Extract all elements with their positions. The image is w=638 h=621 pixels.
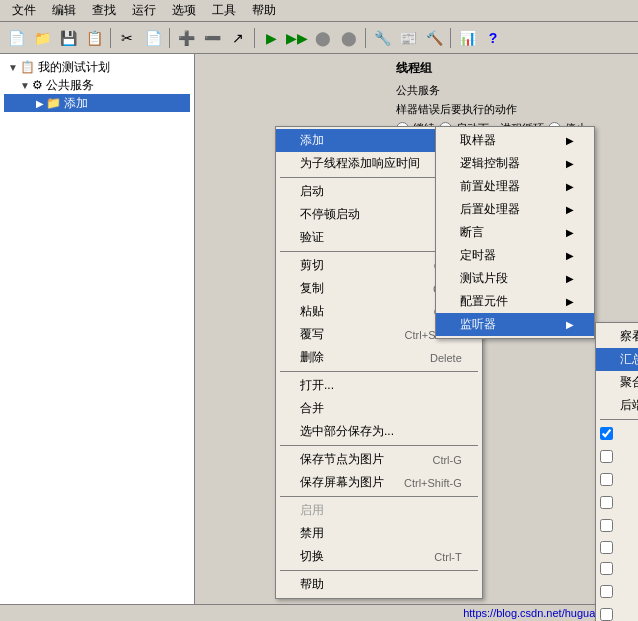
toolbar-help[interactable]: ? (481, 26, 505, 50)
toolbar-arrow[interactable]: ↗ (226, 26, 250, 50)
service-expand-arrow: ▼ (20, 80, 30, 91)
post-arrow: ▶ (566, 204, 574, 215)
assert-arrow: ▶ (566, 227, 574, 238)
menu-item-graph[interactable]: 图形结果 (596, 514, 638, 537)
menu-item-saveas[interactable]: 选中部分保存为... (276, 420, 482, 443)
logic-arrow: ▶ (566, 158, 574, 169)
toolbar-report[interactable]: 📊 (455, 26, 479, 50)
menu-item-response-time[interactable]: 响应时间图 (596, 580, 638, 603)
menu-item-post[interactable]: 后置处理器 ▶ (436, 198, 594, 221)
toolbar-saveas[interactable]: 📋 (82, 26, 106, 50)
menu-options[interactable]: 选项 (164, 0, 204, 21)
menu-item-help[interactable]: 帮助 (276, 573, 482, 596)
menu-item-merge[interactable]: 合并 (276, 397, 482, 420)
toolbar-template[interactable]: 📰 (396, 26, 420, 50)
menu-item-pre[interactable]: 前置处理器 ▶ (436, 175, 594, 198)
toolbar-tools[interactable]: 🔨 (422, 26, 446, 50)
timer-arrow: ▶ (566, 250, 574, 261)
toolbar-remote[interactable]: 🔧 (370, 26, 394, 50)
cb-graph[interactable] (600, 519, 613, 532)
toolbar-stop[interactable]: ⬤ (311, 26, 335, 50)
menu-file[interactable]: 文件 (4, 0, 44, 21)
content-area: ▼ 📋 我的测试计划 ▼ ⚙ 公共服务 ▶ 📁 添加 线程组 公共服务 样器错误… (0, 54, 638, 621)
menu-item-summary[interactable]: 汇总报告 (596, 348, 638, 371)
menu-item-savescreen[interactable]: 保存屏幕为图片 Ctrl+Shift-G (276, 471, 482, 494)
config-arrow: ▶ (566, 296, 574, 307)
menu-item-mail[interactable]: 邮件观察仪 (596, 557, 638, 580)
pre-arrow: ▶ (566, 181, 574, 192)
shortcut-savescreen: Ctrl+Shift-G (404, 477, 462, 489)
menu-item-sampler[interactable]: 取样器 ▶ (436, 129, 594, 152)
tree-panel: ▼ 📋 我的测试计划 ▼ ⚙ 公共服务 ▶ 📁 添加 (0, 54, 195, 621)
tree-icon-root: 📋 (20, 60, 35, 74)
menu-find[interactable]: 查找 (84, 0, 124, 21)
sep3 (254, 28, 255, 48)
menu-item-backend[interactable]: 后端监听器 (596, 394, 638, 417)
menu-item-listener[interactable]: 监听器 ▶ (436, 313, 594, 336)
cb-jsr223[interactable] (600, 541, 613, 554)
context-menu-listener: 察看结果树 汇总报告 聚合报告 后端监听器 汇总图 断言结 (595, 322, 638, 621)
tree-root[interactable]: ▼ 📋 我的测试计划 (4, 58, 190, 76)
sampler-arrow: ▶ (566, 135, 574, 146)
menu-item-disable[interactable]: 禁用 (276, 522, 482, 545)
cb-mail[interactable] (600, 562, 613, 575)
menu-item-assert-result[interactable]: 断言结果 (596, 445, 638, 468)
shortcut-toggle: Ctrl-T (434, 551, 462, 563)
url-bar: https://blog.csdn.net/huguang0809 (0, 604, 638, 621)
menu-run[interactable]: 运行 (124, 0, 164, 21)
menu-item-open[interactable]: 打开... (276, 374, 482, 397)
sep4 (365, 28, 366, 48)
after-sample-label: 样器错误后要执行的动作 (396, 102, 632, 117)
expand-arrow: ▼ (8, 62, 18, 73)
toolbar-start2[interactable]: ▶▶ (285, 26, 309, 50)
menu-item-compare-assert[interactable]: 比较断言可视化器 (596, 468, 638, 491)
sep-c (280, 371, 478, 372)
toolbar-cut[interactable]: ✂ (115, 26, 139, 50)
shortcut-delete: Delete (430, 352, 462, 364)
toolbar-new[interactable]: 📄 (4, 26, 28, 50)
menu-item-test-fragment[interactable]: 测试片段 ▶ (436, 267, 594, 290)
cb-assert-result[interactable] (600, 450, 613, 463)
toolbar-minus[interactable]: ➖ (200, 26, 224, 50)
cb-summary-graph[interactable] (600, 427, 613, 440)
toolbar-stop2[interactable]: ⬤ (337, 26, 361, 50)
menu-item-result-tree[interactable]: 察看结果树 (596, 325, 638, 348)
menu-tools[interactable]: 工具 (204, 0, 244, 21)
add-expand-arrow: ▶ (36, 98, 44, 109)
menu-edit[interactable]: 编辑 (44, 0, 84, 21)
tree-label-service: 公共服务 (46, 77, 94, 94)
sep1 (110, 28, 111, 48)
tree-service[interactable]: ▼ ⚙ 公共服务 (4, 76, 190, 94)
sep-listener1 (600, 419, 638, 420)
menu-item-assert[interactable]: 断言 ▶ (436, 221, 594, 244)
fragment-arrow: ▶ (566, 273, 574, 284)
right-panel: 线程组 公共服务 样器错误后要执行的动作 继续 启动下一进程循环 停止 线程数：… (195, 54, 638, 621)
menu-item-jsr223[interactable]: JSR223 Listener (596, 537, 638, 557)
tree-icon-add: 📁 (46, 96, 61, 110)
cb-response-time[interactable] (600, 585, 613, 598)
menu-help[interactable]: 帮助 (244, 0, 284, 21)
menu-item-delete[interactable]: 删除 Delete (276, 346, 482, 369)
field-name-label: 公共服务 (396, 83, 632, 98)
menu-item-toggle[interactable]: 切换 Ctrl-T (276, 545, 482, 568)
toolbar-copy[interactable]: 📄 (141, 26, 165, 50)
listener-arrow: ▶ (566, 319, 574, 330)
menu-item-config[interactable]: 配置元件 ▶ (436, 290, 594, 313)
menu-item-aggregate[interactable]: 聚合报告 (596, 371, 638, 394)
main-window: 文件 编辑 查找 运行 选项 工具 帮助 📄 📁 💾 📋 ✂ 📄 ➕ ➖ ↗ ▶… (0, 0, 638, 621)
cb-save-response[interactable] (600, 608, 613, 621)
cb-compare-assert[interactable] (600, 473, 613, 486)
menu-item-summary-graph[interactable]: 汇总图 (596, 422, 638, 445)
toolbar-start[interactable]: ▶ (259, 26, 283, 50)
toolbar-add[interactable]: ➕ (174, 26, 198, 50)
menu-item-timer[interactable]: 定时器 ▶ (436, 244, 594, 267)
menu-item-save-response[interactable]: 保存响应到文件 (596, 603, 638, 621)
toolbar-save[interactable]: 💾 (56, 26, 80, 50)
menu-item-logic[interactable]: 逻辑控制器 ▶ (436, 152, 594, 175)
cb-generate[interactable] (600, 496, 613, 509)
menu-item-generate[interactable]: 生成概要结果 (596, 491, 638, 514)
menu-item-savenode[interactable]: 保存节点为图片 Ctrl-G (276, 448, 482, 471)
menubar: 文件 编辑 查找 运行 选项 工具 帮助 (0, 0, 638, 22)
toolbar-open[interactable]: 📁 (30, 26, 54, 50)
tree-add[interactable]: ▶ 📁 添加 (4, 94, 190, 112)
